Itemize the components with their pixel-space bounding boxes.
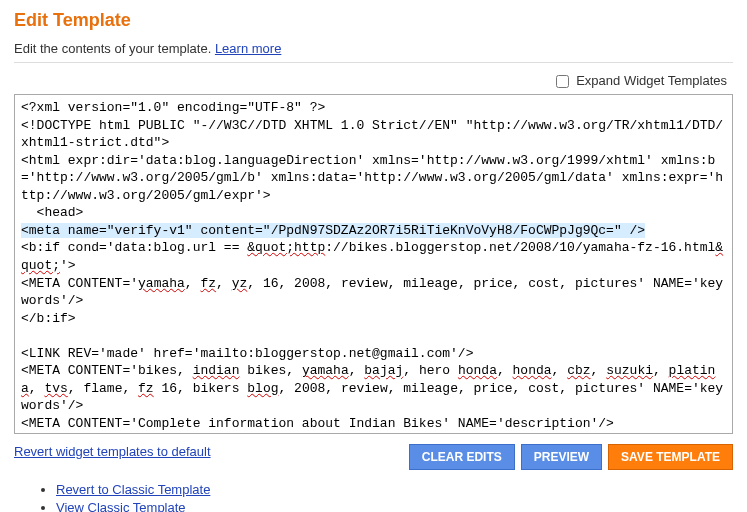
- page-title: Edit Template: [14, 10, 733, 31]
- subtitle-row: Edit the contents of your template. Lear…: [14, 41, 733, 56]
- highlighted-line: <meta name="verify-v1" content="/PpdN97S…: [21, 223, 645, 238]
- list-item: View Classic Template: [56, 500, 733, 512]
- clear-edits-button[interactable]: CLEAR EDITS: [409, 444, 515, 470]
- save-template-button[interactable]: SAVE TEMPLATE: [608, 444, 733, 470]
- revert-classic-link[interactable]: Revert to Classic Template: [56, 482, 210, 497]
- divider: [14, 62, 733, 63]
- learn-more-link[interactable]: Learn more: [215, 41, 281, 56]
- bottom-row: Revert widget templates to default CLEAR…: [14, 444, 733, 470]
- expand-row: Expand Widget Templates: [14, 73, 733, 88]
- revert-templates-link[interactable]: Revert widget templates to default: [14, 444, 399, 459]
- classic-template-links: Revert to Classic Template View Classic …: [56, 482, 733, 512]
- subtitle-text: Edit the contents of your template.: [14, 41, 215, 56]
- template-code-editor[interactable]: <?xml version="1.0" encoding="UTF-8" ?> …: [14, 94, 733, 434]
- view-classic-link[interactable]: View Classic Template: [56, 500, 186, 512]
- button-row: CLEAR EDITS PREVIEW SAVE TEMPLATE: [409, 444, 733, 470]
- list-item: Revert to Classic Template: [56, 482, 733, 497]
- expand-widget-checkbox[interactable]: [556, 75, 569, 88]
- expand-widget-label: Expand Widget Templates: [576, 73, 727, 88]
- preview-button[interactable]: PREVIEW: [521, 444, 602, 470]
